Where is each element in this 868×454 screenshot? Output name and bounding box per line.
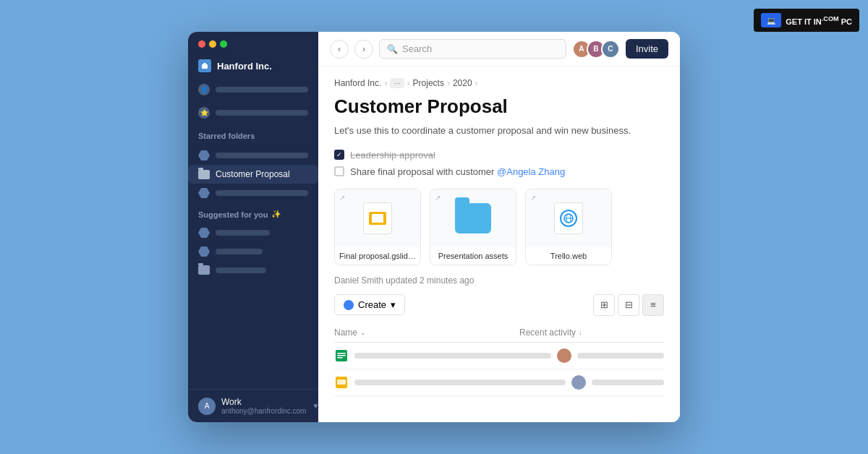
list-row-2[interactable] [334, 369, 664, 396]
svg-rect-1 [203, 63, 206, 65]
traffic-lights [188, 32, 318, 48]
sort-activity-icon: ↓ [579, 329, 582, 336]
suggested-item-2[interactable] [188, 242, 318, 261]
breadcrumb-sep-2: › [407, 78, 410, 88]
svg-rect-7 [337, 355, 346, 356]
sidebar-item-customer-proposal[interactable]: Customer Proposal [188, 165, 318, 184]
sidebar-user[interactable]: A Work anthony@hanfrordinc.com ▼ [188, 389, 318, 422]
main-content: ‹ › 🔍 Search A B C Invite Hanford Inc. › [318, 32, 680, 422]
col-header-name[interactable]: Name ⌄ [334, 327, 514, 338]
checkbox-1[interactable]: ✓ [334, 150, 344, 160]
expand-icon-3: ↗ [530, 194, 536, 202]
create-chevron-icon: ▾ [391, 299, 396, 310]
hex-icon-2 [198, 188, 210, 198]
row-avatar-1 [557, 348, 571, 363]
file-preview-folder: ↗ [430, 189, 516, 247]
hex-icon-1 [198, 150, 210, 160]
breadcrumb-more[interactable]: ··· [390, 78, 404, 88]
checkbox-2[interactable] [334, 166, 344, 176]
starred-folders-title: Starred folders [188, 121, 318, 146]
invite-button[interactable]: Invite [626, 39, 668, 59]
row-icon-2 [334, 375, 349, 390]
avatar-group: A B C [572, 40, 620, 59]
slides-file-icon [363, 202, 392, 234]
file-preview-web: ↗ [526, 189, 611, 247]
breadcrumb: Hanford Inc. › ··· › Projects › 2020 › [334, 78, 664, 88]
nav-bar-2 [216, 110, 308, 116]
file-card-folder[interactable]: ↗ Presentation assets [430, 189, 516, 265]
suggested-item-3[interactable] [188, 261, 318, 279]
folder-icon-sug [198, 265, 210, 275]
sidebar-item-starred-3[interactable] [188, 184, 318, 202]
sug-bar-1 [216, 230, 270, 236]
svg-rect-10 [337, 380, 346, 385]
sidebar-item-starred-1[interactable] [188, 146, 318, 165]
forward-button[interactable]: › [354, 40, 373, 59]
breadcrumb-sep-4: › [475, 78, 478, 88]
breadcrumb-org[interactable]: Hanford Inc. [334, 78, 381, 88]
row-activity-bar-1 [577, 353, 664, 359]
file-preview-slides: ↗ [335, 189, 420, 247]
suggested-title: Suggested for you ✨ [188, 202, 318, 223]
toolbar: ‹ › 🔍 Search A B C Invite [318, 32, 680, 67]
hex-icon-sug-1 [198, 228, 210, 238]
file-list-table: Name ⌄ Recent activity ↓ [334, 323, 664, 396]
search-bar[interactable]: 🔍 Search [379, 39, 566, 59]
file-card-web[interactable]: ↗ Trello.web [525, 189, 612, 265]
search-icon: 🔍 [387, 44, 398, 54]
org-name: Hanford Inc. [217, 61, 272, 72]
view-grid-button[interactable]: ⊟ [618, 294, 639, 316]
view-list-button[interactable]: ≡ [642, 294, 664, 316]
col-header-activity[interactable]: Recent activity ↓ [519, 327, 664, 338]
sidebar-nav: 👤 ⭐ [188, 81, 318, 121]
svg-rect-6 [337, 353, 346, 354]
back-button[interactable]: ‹ [330, 40, 349, 59]
google-slides-icon [369, 212, 386, 225]
tasks-list: ✓ Leadership approval Share final propos… [334, 150, 664, 177]
row-icon-1 [334, 348, 349, 363]
row-avatar-2 [571, 375, 586, 390]
file-card-slides[interactable]: ↗ Final proposal.gslides [334, 189, 421, 265]
people-icon: 👤 [198, 84, 210, 95]
list-row-1[interactable] [334, 343, 664, 369]
search-input[interactable]: Search [402, 43, 432, 54]
file-name-folder: Presentation assets [430, 247, 516, 265]
web-file-icon [554, 202, 583, 234]
close-button[interactable] [198, 40, 205, 48]
list-header: Name ⌄ Recent activity ↓ [334, 323, 664, 343]
minimize-button[interactable] [209, 40, 216, 48]
slides-inner [372, 214, 383, 223]
globe-icon [560, 210, 577, 227]
user-avatar: A [198, 398, 216, 415]
task-2: Share final proposal with customer @Ange… [334, 166, 664, 177]
sort-name-icon: ⌄ [360, 329, 366, 336]
nav-item-people[interactable]: 👤 [198, 81, 308, 98]
activity-text: Daniel Smith updated 2 minutes ago [334, 275, 664, 286]
mention-angela[interactable]: @Angela Zhang [497, 166, 565, 177]
sug-bar-2 [216, 249, 263, 254]
suggested-item-1[interactable] [188, 223, 318, 242]
task-text-2: Share final proposal with customer @Ange… [350, 166, 565, 177]
breadcrumb-sep-1: › [384, 78, 387, 88]
file-name-web: Trello.web [526, 247, 611, 265]
hex-icon-sug-2 [198, 247, 210, 257]
action-bar: Create ▾ ⊞ ⊟ ≡ [334, 294, 664, 316]
file-grid: ↗ Final proposal.gslides ↗ [334, 189, 664, 265]
nav-item-starred[interactable]: ⭐ [198, 104, 308, 121]
check-icon-1: ✓ [336, 151, 342, 158]
create-label: Create [358, 299, 386, 310]
toolbar-right: A B C Invite [572, 39, 668, 59]
view-grid-2-button[interactable]: ⊞ [593, 294, 615, 316]
user-info: Work anthony@hanfrordinc.com [221, 397, 306, 415]
expand-icon-2: ↗ [435, 194, 441, 202]
breadcrumb-projects[interactable]: Projects [413, 78, 444, 88]
sidebar-org[interactable]: Hanford Inc. [188, 55, 318, 81]
breadcrumb-year[interactable]: 2020 [453, 78, 472, 88]
maximize-button[interactable] [220, 40, 227, 48]
task-text-1: Leadership approval [350, 150, 435, 160]
watermark-text: GET IT IN.COM PC [786, 15, 852, 26]
breadcrumb-sep-3: › [447, 78, 450, 88]
create-button[interactable]: Create ▾ [334, 294, 405, 315]
starred-bar-3 [216, 190, 308, 196]
sug-bar-3 [216, 267, 266, 273]
